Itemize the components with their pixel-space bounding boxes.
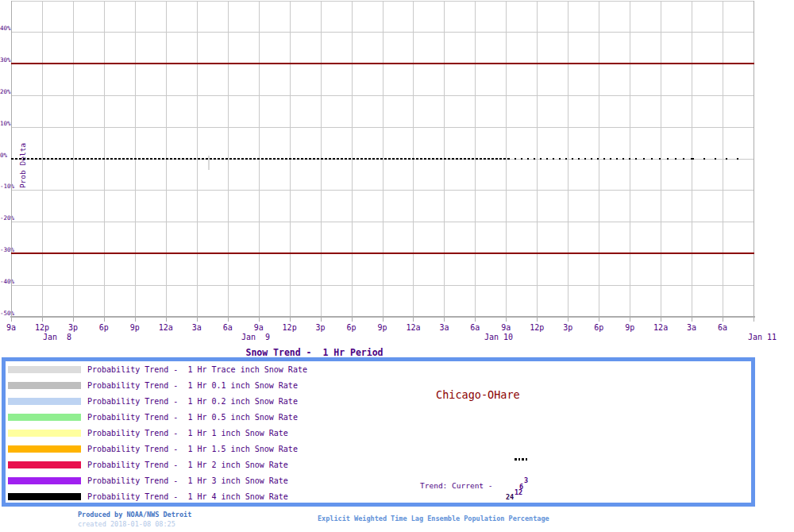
x-tick-label: 3p [316, 323, 326, 332]
legend-item-row: Probability Trend - 1 Hr 1 inch Snow Rat… [6, 430, 751, 441]
x-tick-label: 6p [594, 323, 603, 332]
x-tick-label: 12p [283, 323, 297, 332]
station-name: Chicago-OHare [436, 388, 520, 401]
x-tick-label: 9a [6, 323, 16, 332]
legend-swatch [8, 461, 81, 468]
footer-created-timestamp: created 2018-01-08 08:25 [78, 520, 175, 528]
legend-swatch [8, 398, 81, 405]
x-tick-mark [73, 318, 74, 322]
legend-swatch [8, 414, 81, 421]
legend-item-label: Probability Trend - 1 Hr 0.5 inch Snow R… [87, 413, 298, 422]
reference-line-positive [11, 63, 754, 64]
x-tick-mark [475, 318, 476, 322]
y-tick-label: -40% [0, 279, 14, 285]
x-tick-label: 6a [718, 323, 727, 332]
x-tick-label: 3p [563, 323, 572, 332]
x-tick-mark [290, 318, 291, 322]
zero-trend-line-segment [11, 158, 508, 160]
legend-item-label: Probability Trend - 1 Hr Trace inch Snow… [87, 365, 307, 374]
zero-trend-line-segment [508, 158, 635, 160]
x-tick-mark [692, 318, 692, 322]
legend-swatch [8, 366, 81, 373]
legend-item-label: Probability Trend - 1 Hr 0.1 inch Snow R… [87, 381, 298, 390]
x-tick-mark [630, 318, 630, 322]
x-tick-mark [259, 318, 260, 322]
x-tick-mark [321, 318, 322, 322]
x-tick-mark [413, 318, 414, 322]
legend-item-row: Probability Trend - 1 Hr Trace inch Snow… [6, 366, 751, 377]
x-tick-label: 6p [99, 323, 109, 332]
x-tick-mark [444, 318, 445, 322]
x-tick-label: 9p [377, 323, 387, 332]
x-tick-label: 3a [439, 323, 449, 332]
x-tick-mark [506, 318, 507, 322]
dot-icon [515, 458, 517, 461]
y-tick-label: -20% [0, 215, 14, 222]
snow-trend-chart-page: Prob Delta Snow Trend - 1 Hr Period 50%4… [0, 0, 794, 532]
x-tick-label: 3a [192, 323, 202, 332]
zero-trend-line-segment [635, 158, 692, 160]
legend-item-row: Probability Trend - 1 Hr 3 inch Snow Rat… [6, 477, 751, 488]
x-axis-baseline [10, 316, 755, 318]
x-tick-label: 9a [254, 323, 264, 332]
legend-swatch [8, 382, 81, 389]
trend-dots-marker [515, 458, 527, 461]
reference-line-negative [11, 253, 754, 254]
x-tick-label: 3p [68, 323, 78, 332]
x-tick-label: 9p [625, 323, 634, 332]
x-tick-label: 6a [470, 323, 480, 332]
y-tick-label: 50% [0, 0, 11, 1]
legend-item-label: Probability Trend - 1 Hr 1.5 inch Snow R… [87, 445, 298, 453]
x-tick-mark [723, 318, 723, 322]
x-tick-mark [166, 318, 167, 322]
y-tick-label: -10% [0, 183, 14, 190]
x-tick-mark [135, 318, 136, 322]
y-tick-label: 10% [0, 121, 11, 127]
x-tick-label: 12a [159, 323, 173, 332]
legend-swatch [8, 430, 81, 437]
legend-box: Probability Trend - 1 Hr Trace inch Snow… [2, 357, 755, 507]
y-tick-label: 20% [0, 89, 11, 95]
x-tick-mark [383, 318, 384, 322]
x-tick-label: 12a [406, 323, 420, 332]
x-date-label: Jan 10 [484, 333, 513, 341]
x-date-label: Jan 11 [748, 333, 777, 341]
legend-item-row: Probability Trend - 1 Hr 1.5 inch Snow R… [6, 445, 751, 457]
x-tick-label: 9p [130, 323, 140, 332]
x-tick-mark [352, 318, 353, 322]
y-tick-label: 0% [0, 152, 7, 159]
legend-item-label: Probability Trend - 1 Hr 2 inch Snow Rat… [87, 461, 288, 469]
y-axis-title: Prob Delta [18, 143, 27, 189]
x-tick-label: 9a [501, 323, 511, 332]
footer-description: Explicit Weighted Time Lag Ensemble Popu… [318, 515, 549, 522]
legend-item-label: Probability Trend - 1 Hr 4 inch Snow Rat… [87, 492, 288, 501]
legend-item-label: Probability Trend - 1 Hr 3 inch Snow Rat… [87, 476, 288, 485]
zero-trend-line-segment [692, 158, 743, 160]
x-tick-label: 6p [347, 323, 357, 332]
x-tick-label: 6a [223, 323, 233, 332]
x-date-label: Jan 9 [241, 333, 270, 341]
x-tick-mark [599, 318, 599, 322]
dot-icon [522, 458, 524, 461]
legend-item-label: Probability Trend - 1 Hr 0.2 inch Snow R… [87, 397, 298, 406]
trend-hour-label: 12 [515, 489, 522, 495]
legend-item-row: Probability Trend - 1 Hr 2 inch Snow Rat… [6, 461, 751, 472]
x-tick-label: 12p [530, 323, 544, 332]
legend-item-row: Probability Trend - 1 Hr 4 inch Snow Rat… [6, 493, 751, 504]
x-tick-mark [228, 318, 229, 322]
legend-swatch [8, 493, 81, 500]
trend-hour-label: 24 [506, 494, 514, 500]
x-tick-mark [104, 318, 105, 322]
x-tick-mark [11, 318, 12, 322]
legend-swatch [8, 477, 81, 484]
x-tick-mark [537, 318, 538, 322]
legend-item-label: Probability Trend - 1 Hr 1 inch Snow Rat… [87, 429, 288, 438]
dot-icon [518, 458, 521, 461]
error-bar [208, 156, 210, 170]
legend-swatch [8, 445, 81, 453]
x-tick-mark [42, 318, 43, 322]
legend-item-row: Probability Trend - 1 Hr 0.5 inch Snow R… [6, 414, 751, 425]
x-tick-mark [754, 318, 754, 322]
x-tick-label: 12a [653, 323, 668, 332]
legend-item-row: Probability Trend - 1 Hr 0.2 inch Snow R… [6, 398, 751, 409]
